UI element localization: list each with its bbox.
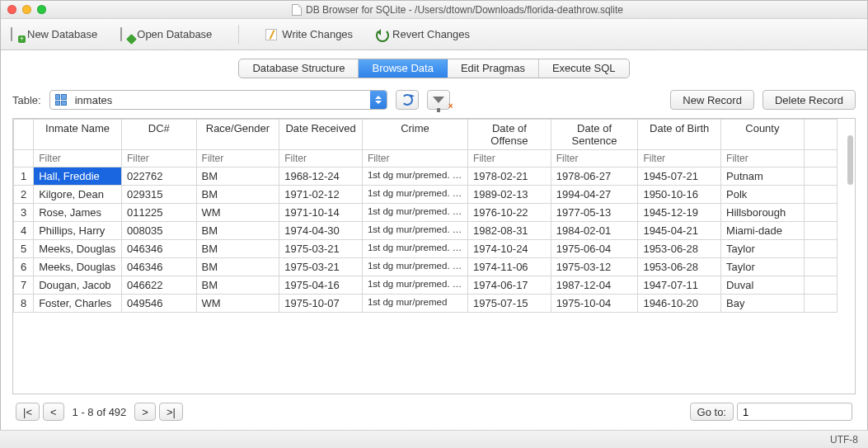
row-number[interactable]: 3 xyxy=(14,204,34,222)
row-number[interactable]: 7 xyxy=(14,276,34,295)
cell-date-offense[interactable]: 1975-07-15 xyxy=(468,295,551,313)
cell-date-offense[interactable]: 1974-06-17 xyxy=(468,276,551,295)
cell-crime[interactable]: 1st dg mur/premed. … xyxy=(362,186,467,204)
header-race-gender[interactable]: Race/Gender xyxy=(196,120,279,150)
revert-changes-button[interactable]: Revert Changes xyxy=(376,28,470,40)
cell-date-offense[interactable]: 1974-10-24 xyxy=(468,240,551,258)
filter-dob[interactable] xyxy=(638,150,720,167)
zoom-icon[interactable] xyxy=(37,5,46,14)
pager-next-button[interactable]: > xyxy=(134,403,156,421)
cell-date-sentence[interactable]: 1978-06-27 xyxy=(551,167,638,186)
table-selector[interactable]: inmates xyxy=(49,90,387,110)
cell-date-received[interactable]: 1975-10-07 xyxy=(279,295,363,313)
cell-date-offense[interactable]: 1976-10-22 xyxy=(468,204,551,222)
pager-last-button[interactable]: >| xyxy=(159,403,183,421)
cell-spacer[interactable] xyxy=(804,258,837,276)
cell-race-gender[interactable]: BM xyxy=(196,167,279,186)
cell-date-received[interactable]: 1975-03-21 xyxy=(279,240,363,258)
cell-dc[interactable]: 046346 xyxy=(122,258,197,276)
cell-inmate-name[interactable]: Kilgore, Dean xyxy=(34,186,122,204)
table-row[interactable]: 1Hall, Freddie022762BM1968-12-241st dg m… xyxy=(14,167,838,186)
table-row[interactable]: 5Meeks, Douglas046346BM1975-03-211st dg … xyxy=(14,240,838,258)
cell-crime[interactable]: 1st dg mur/premed. … xyxy=(362,204,467,222)
cell-date-received[interactable]: 1971-10-14 xyxy=(279,204,363,222)
cell-date-sentence[interactable]: 1975-06-04 xyxy=(551,240,638,258)
cell-dob[interactable]: 1953-06-28 xyxy=(638,240,721,258)
cell-date-sentence[interactable]: 1994-04-27 xyxy=(551,186,638,204)
cell-inmate-name[interactable]: Rose, James xyxy=(34,204,122,222)
cell-dc[interactable]: 008035 xyxy=(122,222,197,240)
cell-dob[interactable]: 1950-10-16 xyxy=(638,186,721,204)
clear-filters-button[interactable]: × xyxy=(427,90,450,110)
goto-input[interactable] xyxy=(737,403,852,421)
table-row[interactable]: 7Dougan, Jacob046622BM1975-04-161st dg m… xyxy=(14,276,838,295)
cell-race-gender[interactable]: BM xyxy=(196,258,279,276)
header-date-offense[interactable]: Date of Offense xyxy=(468,120,551,150)
cell-inmate-name[interactable]: Meeks, Douglas xyxy=(34,258,122,276)
row-number[interactable]: 2 xyxy=(14,186,34,204)
header-date-sentence[interactable]: Date of Sentence xyxy=(551,120,638,150)
cell-date-sentence[interactable]: 1977-05-13 xyxy=(551,204,638,222)
cell-inmate-name[interactable]: Hall, Freddie xyxy=(34,167,122,186)
cell-spacer[interactable] xyxy=(804,222,837,240)
cell-inmate-name[interactable]: Meeks, Douglas xyxy=(34,240,122,258)
cell-race-gender[interactable]: WM xyxy=(196,204,279,222)
cell-county[interactable]: Polk xyxy=(721,186,805,204)
close-icon[interactable] xyxy=(7,5,16,14)
filter-date-sentence[interactable] xyxy=(551,150,638,167)
cell-race-gender[interactable]: BM xyxy=(196,240,279,258)
cell-county[interactable]: Miami-dade xyxy=(721,222,805,240)
new-record-button[interactable]: New Record xyxy=(670,90,754,110)
cell-dc[interactable]: 046622 xyxy=(122,276,197,295)
cell-dob[interactable]: 1953-06-28 xyxy=(638,258,721,276)
header-crime[interactable]: Crime xyxy=(362,120,467,150)
table-row[interactable]: 3Rose, James011225WM1971-10-141st dg mur… xyxy=(14,204,838,222)
refresh-button[interactable] xyxy=(396,90,419,110)
cell-county[interactable]: Putnam xyxy=(721,167,805,186)
row-number[interactable]: 1 xyxy=(14,167,34,186)
cell-crime[interactable]: 1st dg mur/premed. … xyxy=(362,222,467,240)
cell-race-gender[interactable]: BM xyxy=(196,186,279,204)
filter-county[interactable] xyxy=(721,150,804,167)
cell-date-received[interactable]: 1968-12-24 xyxy=(279,167,363,186)
cell-spacer[interactable] xyxy=(804,204,837,222)
cell-crime[interactable]: 1st dg mur/premed xyxy=(362,295,467,313)
cell-spacer[interactable] xyxy=(804,295,837,313)
tab-browse-data[interactable]: Browse Data xyxy=(359,59,447,78)
cell-spacer[interactable] xyxy=(804,186,837,204)
cell-date-sentence[interactable]: 1984-02-01 xyxy=(551,222,638,240)
row-number[interactable]: 4 xyxy=(14,222,34,240)
cell-spacer[interactable] xyxy=(804,240,837,258)
cell-race-gender[interactable]: WM xyxy=(196,295,279,313)
cell-dob[interactable]: 1945-12-19 xyxy=(638,204,721,222)
tab-structure[interactable]: Database Structure xyxy=(239,59,359,78)
new-database-button[interactable]: + New Database xyxy=(11,28,97,41)
cell-dob[interactable]: 1947-07-11 xyxy=(638,276,721,295)
delete-record-button[interactable]: Delete Record xyxy=(762,90,856,110)
tab-edit-pragmas[interactable]: Edit Pragmas xyxy=(448,59,539,78)
filter-inmate-name[interactable] xyxy=(34,150,121,167)
cell-race-gender[interactable]: BM xyxy=(196,276,279,295)
cell-dc[interactable]: 022762 xyxy=(122,167,197,186)
cell-date-sentence[interactable]: 1987-12-04 xyxy=(551,276,638,295)
row-number[interactable]: 6 xyxy=(14,258,34,276)
cell-crime[interactable]: 1st dg mur/premed. … xyxy=(362,258,467,276)
filter-date-offense[interactable] xyxy=(468,150,551,167)
cell-spacer[interactable] xyxy=(804,167,837,186)
pager-first-button[interactable]: |< xyxy=(16,403,40,421)
cell-county[interactable]: Taylor xyxy=(721,258,805,276)
cell-date-sentence[interactable]: 1975-03-12 xyxy=(551,258,638,276)
cell-date-offense[interactable]: 1982-08-31 xyxy=(468,222,551,240)
cell-spacer[interactable] xyxy=(804,276,837,295)
tab-execute-sql[interactable]: Execute SQL xyxy=(539,59,629,78)
cell-inmate-name[interactable]: Dougan, Jacob xyxy=(34,276,122,295)
header-county[interactable]: County xyxy=(721,120,805,150)
cell-dob[interactable]: 1946-10-20 xyxy=(638,295,721,313)
table-row[interactable]: 4Phillips, Harry008035BM1974-04-301st dg… xyxy=(14,222,838,240)
cell-date-offense[interactable]: 1974-11-06 xyxy=(468,258,551,276)
cell-county[interactable]: Bay xyxy=(721,295,805,313)
goto-button[interactable]: Go to: xyxy=(690,403,734,421)
cell-date-received[interactable]: 1971-02-12 xyxy=(279,186,363,204)
row-number[interactable]: 8 xyxy=(14,295,34,313)
filter-dc[interactable] xyxy=(122,150,196,167)
